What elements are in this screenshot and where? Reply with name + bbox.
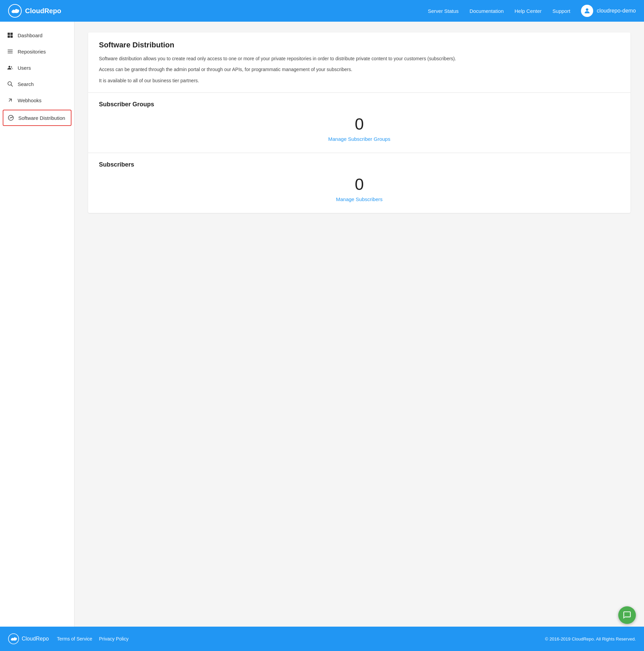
dashboard-icon (7, 32, 14, 39)
footer-copyright: © 2016-2019 CloudRepo. All Rights Reserv… (545, 636, 636, 642)
svg-rect-6 (8, 50, 13, 50)
subscriber-groups-title: Subscriber Groups (99, 101, 620, 108)
subscribers-title: Subscribers (99, 161, 620, 168)
privacy-policy-link[interactable]: Privacy Policy (99, 636, 128, 642)
page-description: Software distribution allows you to crea… (99, 55, 620, 84)
nav-documentation[interactable]: Documentation (470, 8, 504, 14)
sidebar-item-users[interactable]: Users (0, 60, 74, 76)
svg-line-11 (11, 85, 13, 87)
search-icon (7, 81, 14, 87)
svg-rect-8 (8, 53, 13, 53)
svg-point-10 (8, 82, 12, 85)
footer: CloudRepo Terms of Service Privacy Polic… (0, 627, 644, 651)
sidebar-label-dashboard: Dashboard (18, 32, 42, 38)
svg-rect-4 (8, 36, 10, 38)
page-card: Software Distribution Software distribut… (88, 32, 630, 213)
layout: Dashboard Repositories Users (0, 22, 644, 627)
sidebar-item-repositories[interactable]: Repositories (0, 43, 74, 60)
svg-point-9 (8, 66, 10, 67)
sidebar-label-search: Search (18, 81, 34, 87)
header-user[interactable]: cloudrepo-demo (581, 5, 636, 17)
nav-support[interactable]: Support (553, 8, 570, 14)
sidebar-label-repositories: Repositories (18, 49, 46, 55)
manage-subscriber-groups-link[interactable]: Manage Subscriber Groups (99, 136, 620, 142)
subscribers-section: Subscribers 0 Manage Subscribers (88, 153, 630, 213)
username: cloudrepo-demo (597, 8, 636, 14)
header: CloudRepo Server Status Documentation He… (0, 0, 644, 22)
subscribers-count: 0 (99, 175, 620, 194)
repositories-icon (7, 48, 14, 55)
page-header: Software Distribution Software distribut… (88, 32, 630, 93)
description-2: Access can be granted through the admin … (99, 66, 620, 73)
webhooks-icon (7, 97, 14, 104)
avatar (581, 5, 593, 17)
subscriber-groups-count: 0 (99, 115, 620, 133)
footer-left: CloudRepo Terms of Service Privacy Polic… (8, 633, 128, 644)
footer-logo: CloudRepo (8, 633, 49, 644)
software-distribution-icon (7, 114, 14, 121)
terms-of-service-link[interactable]: Terms of Service (57, 636, 92, 642)
svg-point-1 (586, 8, 588, 11)
svg-rect-7 (8, 51, 13, 52)
sidebar-label-software-distribution: Software Distribution (18, 115, 65, 121)
description-3: It is available to all of our business t… (99, 77, 620, 84)
header-nav: Server Status Documentation Help Center … (428, 8, 570, 14)
svg-rect-2 (8, 33, 10, 35)
nav-help-center[interactable]: Help Center (515, 8, 542, 14)
sidebar-item-software-distribution[interactable]: Software Distribution (3, 110, 71, 126)
footer-logo-text: CloudRepo (22, 636, 49, 642)
svg-line-12 (9, 99, 12, 102)
logo[interactable]: CloudRepo (8, 4, 61, 18)
sidebar-label-webhooks: Webhooks (18, 97, 42, 103)
sidebar-item-webhooks[interactable]: Webhooks (0, 92, 74, 108)
users-icon (7, 64, 14, 71)
subscriber-groups-section: Subscriber Groups 0 Manage Subscriber Gr… (88, 93, 630, 153)
svg-rect-3 (11, 33, 13, 35)
footer-links: Terms of Service Privacy Policy (57, 636, 128, 642)
nav-server-status[interactable]: Server Status (428, 8, 459, 14)
sidebar-item-dashboard[interactable]: Dashboard (0, 27, 74, 43)
sidebar: Dashboard Repositories Users (0, 22, 75, 627)
svg-rect-5 (11, 36, 13, 38)
chat-button[interactable] (618, 606, 636, 624)
sidebar-item-search[interactable]: Search (0, 76, 74, 92)
logo-text: CloudRepo (25, 7, 61, 15)
main-content: Software Distribution Software distribut… (75, 22, 644, 627)
description-1: Software distribution allows you to crea… (99, 55, 620, 62)
page-title: Software Distribution (99, 41, 620, 49)
sidebar-label-users: Users (18, 65, 31, 71)
manage-subscribers-link[interactable]: Manage Subscribers (99, 196, 620, 202)
